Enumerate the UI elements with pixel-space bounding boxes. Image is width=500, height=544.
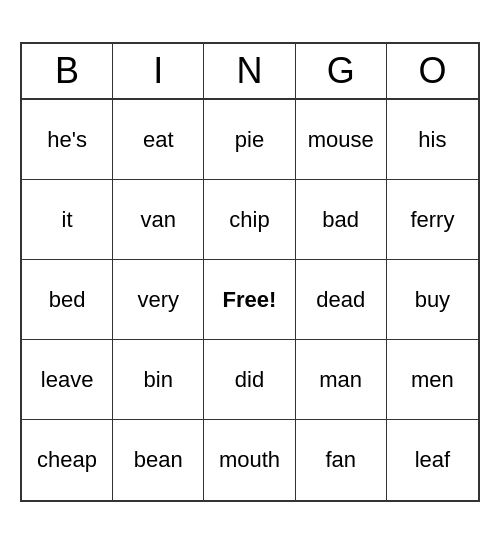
bingo-cell[interactable]: bean <box>113 420 204 500</box>
bingo-cell[interactable]: pie <box>204 100 295 180</box>
bingo-cell[interactable]: bad <box>296 180 387 260</box>
bingo-cell[interactable]: bed <box>22 260 113 340</box>
bingo-cell[interactable]: chip <box>204 180 295 260</box>
bingo-cell[interactable]: men <box>387 340 478 420</box>
bingo-cell[interactable]: leaf <box>387 420 478 500</box>
bingo-cell[interactable]: mouse <box>296 100 387 180</box>
bingo-cell[interactable]: ferry <box>387 180 478 260</box>
header-letter: B <box>22 44 113 98</box>
bingo-cell[interactable]: man <box>296 340 387 420</box>
bingo-cell[interactable]: bin <box>113 340 204 420</box>
bingo-cell[interactable]: his <box>387 100 478 180</box>
header-letter: G <box>296 44 387 98</box>
bingo-cell[interactable]: fan <box>296 420 387 500</box>
bingo-cell[interactable]: dead <box>296 260 387 340</box>
bingo-cell[interactable]: eat <box>113 100 204 180</box>
header-letter: O <box>387 44 478 98</box>
bingo-cell[interactable]: cheap <box>22 420 113 500</box>
bingo-cell[interactable]: very <box>113 260 204 340</box>
header-letter: I <box>113 44 204 98</box>
bingo-cell[interactable]: it <box>22 180 113 260</box>
bingo-cell[interactable]: van <box>113 180 204 260</box>
bingo-cell[interactable]: mouth <box>204 420 295 500</box>
bingo-cell[interactable]: Free! <box>204 260 295 340</box>
bingo-cell[interactable]: buy <box>387 260 478 340</box>
bingo-header: BINGO <box>22 44 478 100</box>
bingo-cell[interactable]: did <box>204 340 295 420</box>
bingo-grid: he'seatpiemousehisitvanchipbadferrybedve… <box>22 100 478 500</box>
bingo-cell[interactable]: he's <box>22 100 113 180</box>
bingo-card: BINGO he'seatpiemousehisitvanchipbadferr… <box>20 42 480 502</box>
bingo-cell[interactable]: leave <box>22 340 113 420</box>
header-letter: N <box>204 44 295 98</box>
